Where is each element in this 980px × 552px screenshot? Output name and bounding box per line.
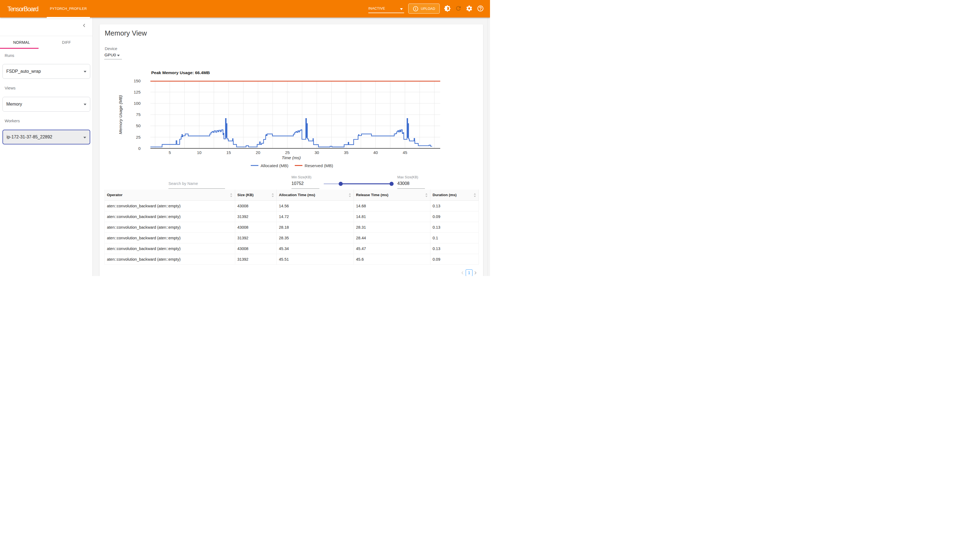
svg-text:Memory Usage (MB): Memory Usage (MB) <box>118 95 123 134</box>
svg-text:Time (ms): Time (ms) <box>282 155 301 160</box>
svg-text:100: 100 <box>134 101 140 105</box>
svg-text:25: 25 <box>285 150 290 155</box>
svg-text:Reserved (MB): Reserved (MB) <box>305 163 333 168</box>
svg-text:20: 20 <box>256 150 260 155</box>
svg-text:35: 35 <box>344 150 348 155</box>
svg-text:30: 30 <box>315 150 319 155</box>
svg-text:5: 5 <box>169 150 171 155</box>
svg-text:150: 150 <box>134 78 140 83</box>
svg-text:125: 125 <box>134 90 140 94</box>
svg-text:25: 25 <box>136 135 140 139</box>
svg-text:50: 50 <box>136 123 140 128</box>
svg-text:75: 75 <box>136 112 140 117</box>
svg-text:40: 40 <box>373 150 378 155</box>
svg-text:10: 10 <box>197 150 202 155</box>
svg-text:0: 0 <box>138 146 140 151</box>
svg-text:15: 15 <box>226 150 231 155</box>
svg-text:Allocated (MB): Allocated (MB) <box>261 163 288 168</box>
svg-text:45: 45 <box>403 150 407 155</box>
